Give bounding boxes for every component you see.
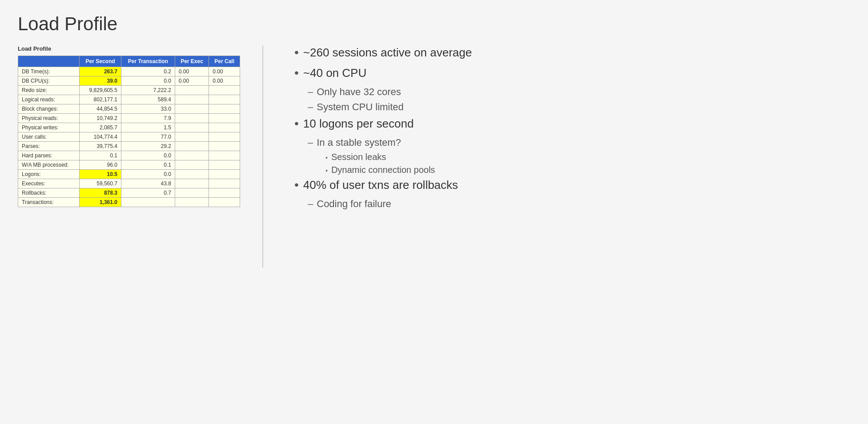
cell-per-transaction: 1.5 <box>121 123 175 132</box>
cell-per-second: 2,085.7 <box>80 123 121 132</box>
bullet-minor: Session leaks <box>326 152 850 162</box>
table-row: W/A MB processed:96.00.1 <box>18 160 240 170</box>
table-row: Hard parses:0.10.0 <box>18 151 240 160</box>
cell-per-transaction: 29.2 <box>121 142 175 151</box>
cell-per-second: 39,775.4 <box>80 142 121 151</box>
table-row: User calls:104,774.477.0 <box>18 132 240 142</box>
cell-per-exec <box>175 179 209 188</box>
cell-per-exec <box>175 95 209 104</box>
left-panel: Load Profile Per Second Per Transaction … <box>18 45 240 207</box>
table-row: Transactions:1,361.0 <box>18 198 240 207</box>
cell-per-exec <box>175 188 209 198</box>
col-header-per-exec: Per Exec <box>175 56 209 67</box>
cell-per-second: 44,854.5 <box>80 104 121 114</box>
cell-per-second: 802,177.1 <box>80 95 121 104</box>
cell-per-exec <box>175 114 209 123</box>
bullet-sub: Only have 32 cores <box>308 86 850 98</box>
cell-per-second: 10.5 <box>80 170 121 179</box>
col-header-per-second: Per Second <box>80 56 121 67</box>
cell-label: Physical reads: <box>18 114 80 123</box>
page-title: Load Profile <box>18 13 850 35</box>
cell-per-second: 263.7 <box>80 67 121 76</box>
cell-per-exec <box>175 142 209 151</box>
cell-per-second: 1,361.0 <box>80 198 121 207</box>
cell-per-call <box>209 142 240 151</box>
cell-label: Redo size: <box>18 86 80 95</box>
table-row: Redo size:9,829,605.57,222.2 <box>18 86 240 95</box>
cell-per-second: 10,749.2 <box>80 114 121 123</box>
bullet-sub: System CPU limited <box>308 101 850 113</box>
table-row: Rollbacks:878.30.7 <box>18 188 240 198</box>
cell-per-call <box>209 188 240 198</box>
cell-per-transaction: 7.9 <box>121 114 175 123</box>
cell-per-call <box>209 151 240 160</box>
cell-per-exec <box>175 104 209 114</box>
table-row: Block changes:44,854.533.0 <box>18 104 240 114</box>
cell-per-transaction: 0.1 <box>121 160 175 170</box>
cell-per-call <box>209 160 240 170</box>
table-row: Executes:59,560.743.8 <box>18 179 240 188</box>
cell-per-exec: 0.00 <box>175 76 209 86</box>
cell-label: Logical reads: <box>18 95 80 104</box>
cell-per-second: 39.0 <box>80 76 121 86</box>
cell-per-transaction: 77.0 <box>121 132 175 142</box>
cell-label: Physical writes: <box>18 123 80 132</box>
cell-label: Block changes: <box>18 104 80 114</box>
cell-per-call <box>209 114 240 123</box>
cell-per-transaction: 0.0 <box>121 151 175 160</box>
cell-per-second: 96.0 <box>80 160 121 170</box>
cell-per-exec <box>175 170 209 179</box>
cell-per-transaction: 7,222.2 <box>121 86 175 95</box>
cell-per-call <box>209 132 240 142</box>
cell-per-second: 0.1 <box>80 151 121 160</box>
cell-per-call: 0.00 <box>209 76 240 86</box>
table-row: Logical reads:802,177.1589.4 <box>18 95 240 104</box>
cell-per-exec <box>175 132 209 142</box>
table-row: DB CPU(s):39.00.00.000.00 <box>18 76 240 86</box>
right-panel: ~260 sessions active on average~40 on CP… <box>285 45 850 213</box>
cell-per-call <box>209 95 240 104</box>
cell-per-second: 9,829,605.5 <box>80 86 121 95</box>
table-row: Logons:10.50.0 <box>18 170 240 179</box>
cell-per-second: 104,774.4 <box>80 132 121 142</box>
cell-label: Parses: <box>18 142 80 151</box>
cell-per-call <box>209 123 240 132</box>
table-row: Parses:39,775.429.2 <box>18 142 240 151</box>
cell-per-transaction: 0.2 <box>121 67 175 76</box>
cell-label: Executes: <box>18 179 80 188</box>
table-section-title: Load Profile <box>18 45 240 52</box>
cell-per-transaction: 43.8 <box>121 179 175 188</box>
col-header-per-call: Per Call <box>209 56 240 67</box>
cell-per-call <box>209 179 240 188</box>
cell-per-call <box>209 170 240 179</box>
cell-per-transaction: 33.0 <box>121 104 175 114</box>
bullet-sub: Coding for failure <box>308 198 850 210</box>
col-header-per-transaction: Per Transaction <box>121 56 175 67</box>
cell-label: DB Time(s): <box>18 67 80 76</box>
cell-per-transaction: 0.0 <box>121 76 175 86</box>
cell-label: Rollbacks: <box>18 188 80 198</box>
bullet-minor: Dynamic connection pools <box>326 165 850 175</box>
bullet-major: 40% of user txns are rollbacks <box>294 178 850 192</box>
bullet-major: 10 logons per second <box>294 116 850 131</box>
cell-per-exec <box>175 123 209 132</box>
bullet-major: ~40 on CPU <box>294 66 850 80</box>
table-row: Physical reads:10,749.27.9 <box>18 114 240 123</box>
load-profile-table: Per Second Per Transaction Per Exec Per … <box>18 56 240 207</box>
cell-per-call <box>209 104 240 114</box>
cell-per-transaction: 0.7 <box>121 188 175 198</box>
cell-label: Logons: <box>18 170 80 179</box>
cell-per-call <box>209 198 240 207</box>
cell-label: Hard parses: <box>18 151 80 160</box>
bullet-major: ~260 sessions active on average <box>294 45 850 60</box>
cell-per-exec <box>175 198 209 207</box>
cell-per-transaction: 0.0 <box>121 170 175 179</box>
cell-per-exec <box>175 151 209 160</box>
table-row: Physical writes:2,085.71.5 <box>18 123 240 132</box>
table-row: DB Time(s):263.70.20.000.00 <box>18 67 240 76</box>
cell-per-transaction <box>121 198 175 207</box>
cell-per-exec <box>175 86 209 95</box>
content-area: Load Profile Per Second Per Transaction … <box>18 45 850 268</box>
cell-per-second: 59,560.7 <box>80 179 121 188</box>
cell-label: User calls: <box>18 132 80 142</box>
